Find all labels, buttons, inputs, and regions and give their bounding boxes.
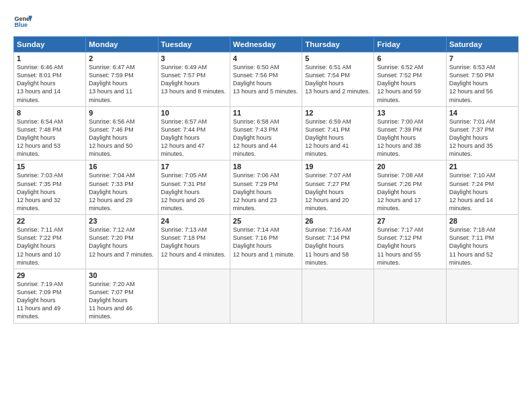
weekday-header-wednesday: Wednesday (230, 37, 302, 52)
calendar-cell-empty (374, 269, 446, 323)
calendar-cell-28: 28Sunrise: 7:18 AMSunset: 7:11 PMDayligh… (446, 215, 518, 269)
calendar-cell-5: 5Sunrise: 6:51 AMSunset: 7:54 PMDaylight… (302, 52, 374, 107)
weekday-header-monday: Monday (86, 37, 158, 52)
calendar-cell-18: 18Sunrise: 7:06 AMSunset: 7:29 PMDayligh… (230, 161, 302, 215)
calendar-cell-10: 10Sunrise: 6:57 AMSunset: 7:44 PMDayligh… (158, 106, 230, 161)
calendar-cell-24: 24Sunrise: 7:13 AMSunset: 7:18 PMDayligh… (158, 215, 230, 269)
calendar-cell-22: 22Sunrise: 7:11 AMSunset: 7:22 PMDayligh… (14, 215, 86, 269)
calendar-cell-14: 14Sunrise: 7:01 AMSunset: 7:37 PMDayligh… (446, 106, 518, 161)
calendar-cell-6: 6Sunrise: 6:52 AMSunset: 7:52 PMDaylight… (374, 52, 446, 107)
calendar-cell-13: 13Sunrise: 7:00 AMSunset: 7:39 PMDayligh… (374, 106, 446, 161)
calendar-cell-4: 4Sunrise: 6:50 AMSunset: 7:56 PMDaylight… (230, 52, 302, 107)
calendar-cell-30: 30Sunrise: 7:20 AMSunset: 7:07 PMDayligh… (86, 269, 158, 323)
calendar-cell-9: 9Sunrise: 6:56 AMSunset: 7:46 PMDaylight… (86, 106, 158, 161)
calendar-cell-29: 29Sunrise: 7:19 AMSunset: 7:09 PMDayligh… (14, 269, 86, 323)
logo: General Blue (13, 12, 35, 31)
calendar-cell-1: 1Sunrise: 6:46 AMSunset: 8:01 PMDaylight… (14, 52, 86, 107)
calendar-cell-empty (230, 269, 302, 323)
calendar-cell-20: 20Sunrise: 7:08 AMSunset: 7:26 PMDayligh… (374, 161, 446, 215)
calendar-cell-27: 27Sunrise: 7:17 AMSunset: 7:12 PMDayligh… (374, 215, 446, 269)
calendar-cell-7: 7Sunrise: 6:53 AMSunset: 7:50 PMDaylight… (446, 52, 518, 107)
calendar-cell-26: 26Sunrise: 7:16 AMSunset: 7:14 PMDayligh… (302, 215, 374, 269)
calendar-cell-empty (158, 269, 230, 323)
calendar-cell-empty (302, 269, 374, 323)
weekday-header-saturday: Saturday (446, 37, 518, 52)
calendar-cell-11: 11Sunrise: 6:58 AMSunset: 7:43 PMDayligh… (230, 106, 302, 161)
calendar-cell-23: 23Sunrise: 7:12 AMSunset: 7:20 PMDayligh… (86, 215, 158, 269)
calendar-cell-21: 21Sunrise: 7:10 AMSunset: 7:24 PMDayligh… (446, 161, 518, 215)
calendar-cell-25: 25Sunrise: 7:14 AMSunset: 7:16 PMDayligh… (230, 215, 302, 269)
calendar-cell-12: 12Sunrise: 6:59 AMSunset: 7:41 PMDayligh… (302, 106, 374, 161)
calendar-cell-8: 8Sunrise: 6:54 AMSunset: 7:48 PMDaylight… (14, 106, 86, 161)
calendar-cell-19: 19Sunrise: 7:07 AMSunset: 7:27 PMDayligh… (302, 161, 374, 215)
calendar-cell-2: 2Sunrise: 6:47 AMSunset: 7:59 PMDaylight… (86, 52, 158, 107)
calendar-cell-3: 3Sunrise: 6:49 AMSunset: 7:57 PMDaylight… (158, 52, 230, 107)
weekday-header-thursday: Thursday (302, 37, 374, 52)
calendar-cell-empty (446, 269, 518, 323)
weekday-header-tuesday: Tuesday (158, 37, 230, 52)
calendar-cell-16: 16Sunrise: 7:04 AMSunset: 7:33 PMDayligh… (86, 161, 158, 215)
calendar-cell-17: 17Sunrise: 7:05 AMSunset: 7:31 PMDayligh… (158, 161, 230, 215)
weekday-header-sunday: Sunday (14, 37, 86, 52)
calendar-table: SundayMondayTuesdayWednesdayThursdayFrid… (13, 36, 519, 324)
weekday-header-friday: Friday (374, 37, 446, 52)
calendar-cell-15: 15Sunrise: 7:03 AMSunset: 7:35 PMDayligh… (14, 161, 86, 215)
svg-text:Blue: Blue (14, 21, 28, 28)
